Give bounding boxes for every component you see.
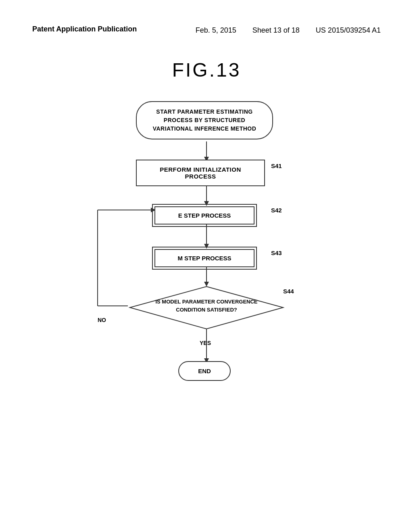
s42-double-rect: E STEP PROCESS — [152, 204, 257, 227]
flowchart-container: START PARAMETER ESTIMATINGPROCESS BY STR… — [32, 101, 381, 444]
arrows-svg — [65, 101, 348, 444]
no-label: NO — [98, 317, 106, 323]
date-label: Feb. 5, 2015 — [196, 24, 236, 35]
patent-number-label: US 2015/039254 A1 — [316, 24, 381, 35]
s43-shape: M STEP PROCESS — [152, 247, 257, 270]
s44-shape: IS MODEL PARAMETER CONVERGENCE CONDITION… — [128, 285, 285, 332]
end-label: END — [178, 361, 231, 381]
s43-label: S43 — [271, 249, 282, 256]
sheet-label: Sheet 13 of 18 — [252, 24, 300, 35]
start-shape: START PARAMETER ESTIMATINGPROCESS BY STR… — [136, 101, 273, 139]
svg-text:IS MODEL PARAMETER CONVERGENCE: IS MODEL PARAMETER CONVERGENCE — [155, 299, 257, 305]
yes-label: YES — [200, 340, 211, 346]
s42-label: S42 — [271, 207, 282, 214]
s41-label: S41 — [271, 162, 282, 169]
s42-shape: E STEP PROCESS — [152, 204, 257, 227]
end-shape: END — [178, 361, 231, 381]
s41-shape: PERFORM INITIALIZATION PROCESS — [136, 160, 265, 186]
s42-text: E STEP PROCESS — [154, 206, 254, 224]
diamond-svg: IS MODEL PARAMETER CONVERGENCE CONDITION… — [128, 285, 285, 331]
publication-label: Patent Application Publication — [32, 24, 137, 34]
page: Patent Application Publication Feb. 5, 2… — [0, 0, 413, 532]
header: Patent Application Publication Feb. 5, 2… — [32, 24, 381, 35]
svg-text:CONDITION SATISFIED?: CONDITION SATISFIED? — [176, 307, 237, 313]
start-label: START PARAMETER ESTIMATINGPROCESS BY STR… — [136, 101, 273, 139]
figure-title: FIG.13 — [32, 59, 381, 81]
s43-double-rect: M STEP PROCESS — [152, 247, 257, 270]
flowchart: START PARAMETER ESTIMATINGPROCESS BY STR… — [65, 101, 348, 444]
s41-text: PERFORM INITIALIZATION PROCESS — [136, 160, 265, 186]
s43-text: M STEP PROCESS — [154, 249, 254, 267]
